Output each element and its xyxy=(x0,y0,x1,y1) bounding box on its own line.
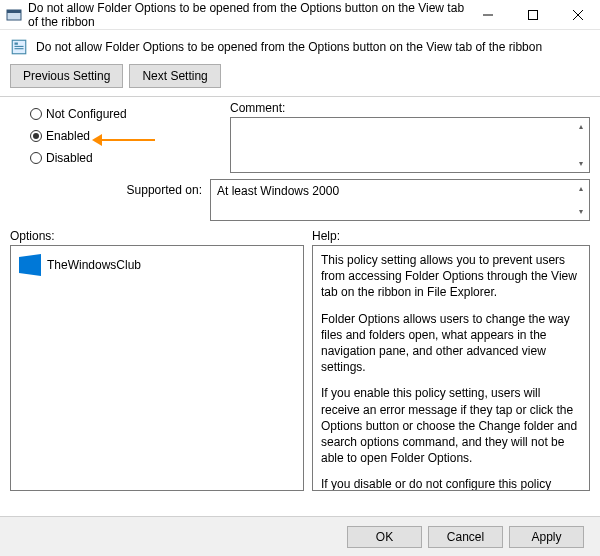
help-text: This policy setting allows you to preven… xyxy=(321,252,581,301)
maximize-button[interactable] xyxy=(510,0,555,29)
radio-disabled[interactable]: Disabled xyxy=(30,151,230,165)
windows-logo-icon xyxy=(19,254,41,276)
comment-label: Comment: xyxy=(230,101,590,115)
annotation-arrow xyxy=(95,139,155,141)
close-button[interactable] xyxy=(555,0,600,29)
radio-label: Enabled xyxy=(46,129,90,143)
svg-rect-8 xyxy=(15,46,24,47)
svg-rect-3 xyxy=(528,10,537,19)
title-bar: Do not allow Folder Options to be opened… xyxy=(0,0,600,30)
radio-label: Disabled xyxy=(46,151,93,165)
svg-rect-7 xyxy=(15,43,18,45)
scrollbar[interactable]: ▴ ▾ xyxy=(572,180,589,220)
state-radio-group: Not Configured Enabled Disabled xyxy=(30,101,230,173)
annotation-arrow-head xyxy=(92,134,102,146)
setting-nav-toolbar: Previous Setting Next Setting xyxy=(0,64,600,96)
supported-on-box: At least Windows 2000 ▴ ▾ xyxy=(210,179,590,221)
minimize-button[interactable] xyxy=(465,0,510,29)
radio-icon xyxy=(30,108,42,120)
radio-not-configured[interactable]: Not Configured xyxy=(30,107,230,121)
options-pane: TheWindowsClub xyxy=(10,245,304,491)
policy-icon xyxy=(10,38,28,56)
supported-on-label: Supported on: xyxy=(10,179,210,197)
app-icon xyxy=(6,7,22,23)
next-setting-button[interactable]: Next Setting xyxy=(129,64,220,88)
watermark-text: TheWindowsClub xyxy=(47,257,141,273)
supported-on-value: At least Windows 2000 xyxy=(217,184,339,198)
radio-icon xyxy=(30,152,42,164)
policy-title: Do not allow Folder Options to be opened… xyxy=(36,40,542,54)
help-pane: This policy setting allows you to preven… xyxy=(312,245,590,491)
radio-label: Not Configured xyxy=(46,107,127,121)
previous-setting-button[interactable]: Previous Setting xyxy=(10,64,123,88)
help-label: Help: xyxy=(312,229,590,243)
help-text: If you disable or do not configure this … xyxy=(321,476,581,491)
scroll-up-icon: ▴ xyxy=(572,180,589,197)
scroll-up-icon: ▴ xyxy=(572,118,589,135)
window-title: Do not allow Folder Options to be opened… xyxy=(28,1,465,29)
help-text: If you enable this policy setting, users… xyxy=(321,385,581,466)
comment-textarea[interactable]: ▴ ▾ xyxy=(230,117,590,173)
scroll-down-icon: ▾ xyxy=(572,203,589,220)
radio-icon xyxy=(30,130,42,142)
watermark: TheWindowsClub xyxy=(19,254,295,276)
dialog-footer: OK Cancel Apply xyxy=(0,516,600,556)
scrollbar[interactable]: ▴ ▾ xyxy=(572,118,589,172)
cancel-button[interactable]: Cancel xyxy=(428,526,503,548)
ok-button[interactable]: OK xyxy=(347,526,422,548)
options-label: Options: xyxy=(10,229,304,243)
help-text: Folder Options allows users to change th… xyxy=(321,311,581,376)
policy-header: Do not allow Folder Options to be opened… xyxy=(0,30,600,64)
svg-rect-9 xyxy=(15,48,24,49)
svg-marker-10 xyxy=(19,254,41,276)
apply-button[interactable]: Apply xyxy=(509,526,584,548)
svg-rect-1 xyxy=(7,10,21,13)
scroll-down-icon: ▾ xyxy=(572,155,589,172)
